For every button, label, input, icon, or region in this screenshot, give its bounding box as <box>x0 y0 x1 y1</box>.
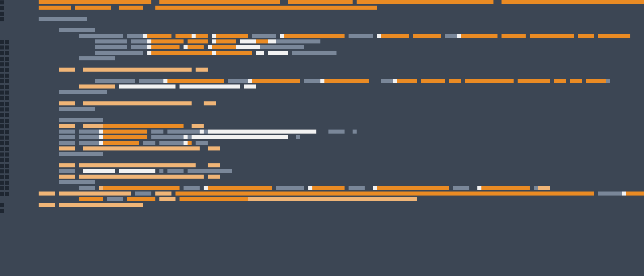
minimap-token <box>461 79 465 83</box>
minimap-token <box>208 130 316 134</box>
fold-gutter-tick <box>10 17 14 21</box>
minimap-line[interactable] <box>0 208 644 214</box>
fold-gutter-tick <box>10 152 14 156</box>
minimap-line[interactable] <box>0 17 644 23</box>
minimap-token <box>167 169 184 173</box>
minimap-line[interactable] <box>0 141 644 146</box>
minimap-line[interactable] <box>0 130 644 135</box>
minimap-line[interactable] <box>0 68 644 73</box>
minimap-token <box>373 186 377 190</box>
minimap-line[interactable] <box>0 56 644 62</box>
minimap-line[interactable] <box>0 79 644 84</box>
minimap-token <box>159 141 184 145</box>
fold-gutter-tick <box>0 57 4 61</box>
minimap-token <box>594 192 598 196</box>
minimap-line[interactable] <box>0 197 644 203</box>
minimap-line[interactable] <box>0 175 644 180</box>
fold-gutter-tick <box>0 113 4 117</box>
minimap-token <box>530 186 534 190</box>
minimap-token <box>123 197 127 201</box>
minimap-line[interactable] <box>0 11 644 17</box>
minimap-line[interactable] <box>0 90 644 96</box>
minimap-line[interactable] <box>0 84 644 90</box>
minimap-line[interactable] <box>0 146 644 152</box>
minimap-token <box>566 79 570 83</box>
minimap-token <box>159 197 175 201</box>
fold-gutter-tick <box>0 152 4 157</box>
fold-gutter-tick <box>0 91 4 95</box>
fold-gutter-tick <box>10 62 14 66</box>
minimap-token <box>554 79 566 83</box>
fold-gutter-tick <box>5 113 9 117</box>
minimap-token <box>155 192 171 196</box>
minimap-line[interactable] <box>0 45 644 51</box>
minimap-line[interactable] <box>0 113 644 118</box>
minimap-token <box>79 130 99 134</box>
minimap-token <box>75 169 83 173</box>
minimap-line[interactable] <box>0 51 644 56</box>
minimap-line[interactable] <box>0 124 644 130</box>
minimap-line[interactable] <box>0 186 644 192</box>
minimap-token <box>119 6 143 10</box>
minimap-line[interactable] <box>0 203 644 208</box>
fold-gutter-tick <box>10 197 14 201</box>
fold-gutter-tick <box>5 158 9 162</box>
fold-gutter-tick <box>0 141 4 145</box>
fold-gutter-tick <box>5 197 9 201</box>
minimap-token <box>151 135 184 139</box>
minimap-token <box>292 51 336 55</box>
minimap-token <box>103 135 147 139</box>
minimap-line[interactable] <box>0 34 644 39</box>
minimap-line[interactable] <box>0 28 644 34</box>
minimap-token <box>353 130 357 134</box>
minimap-line[interactable] <box>0 23 644 28</box>
fold-gutter-tick <box>10 124 14 128</box>
fold-gutter-tick <box>5 164 9 168</box>
minimap-token <box>308 186 312 190</box>
minimap-token <box>324 79 369 83</box>
minimap-token <box>260 45 304 49</box>
minimap-line[interactable] <box>0 192 644 197</box>
minimap-line[interactable] <box>0 6 644 11</box>
fold-gutter-tick <box>0 203 4 207</box>
minimap-token <box>79 197 103 201</box>
minimap-token <box>180 186 184 190</box>
minimap-token <box>151 39 184 43</box>
minimap-line[interactable] <box>0 169 644 175</box>
minimap-token <box>357 0 493 4</box>
minimap-line[interactable] <box>0 62 644 68</box>
minimap-token <box>550 79 554 83</box>
minimap-line[interactable] <box>0 152 644 158</box>
minimap-token <box>135 192 151 196</box>
minimap-line[interactable] <box>0 180 644 186</box>
fold-gutter-tick <box>5 119 9 123</box>
minimap-token <box>135 79 139 83</box>
minimap-line[interactable] <box>0 73 644 79</box>
minimap-token <box>79 56 115 60</box>
fold-gutter-tick <box>0 130 4 134</box>
minimap-line[interactable] <box>0 158 644 163</box>
minimap-token <box>75 68 83 72</box>
minimap-token <box>39 17 87 21</box>
fold-gutter-tick <box>0 45 4 49</box>
minimap-token <box>208 34 212 38</box>
minimap-token <box>39 0 151 4</box>
minimap-line[interactable] <box>0 96 644 101</box>
minimap-token <box>208 186 272 190</box>
minimap-line[interactable] <box>0 163 644 169</box>
minimap-token <box>192 141 196 145</box>
minimap-line[interactable] <box>0 39 644 45</box>
minimap-token <box>626 192 644 196</box>
minimap-line[interactable] <box>0 107 644 113</box>
minimap-line[interactable] <box>0 135 644 141</box>
code-minimap[interactable] <box>0 0 644 214</box>
minimap-token <box>75 175 79 179</box>
fold-gutter-tick <box>0 158 4 162</box>
minimap-line[interactable] <box>0 118 644 124</box>
minimap-line[interactable] <box>0 101 644 107</box>
minimap-token <box>469 186 477 190</box>
minimap-line[interactable] <box>0 0 644 6</box>
minimap-token <box>95 39 127 43</box>
minimap-token <box>103 186 180 190</box>
minimap-token <box>457 34 461 38</box>
